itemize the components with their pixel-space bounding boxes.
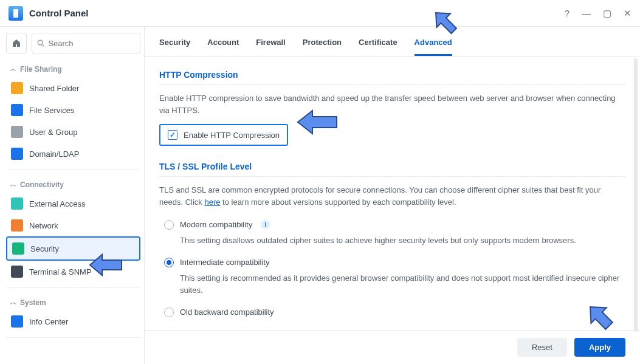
section-title-tls: TLS / SSL Profile Level [159,157,625,177]
radio-desc: This setting is recommended as it provid… [159,271,625,304]
sidebar-item-label: Security [30,244,59,253]
sidebar-item-label: User & Group [29,128,77,137]
file-services-icon [11,104,23,116]
sidebar-item-shared-folder[interactable]: Shared Folder [6,77,140,99]
window-title: Control Panel [29,8,89,18]
sidebar-item-label: Info Center [29,317,68,326]
info-icon[interactable]: i [261,220,270,229]
apply-button[interactable]: Apply [574,338,625,357]
sidebar: ︿File SharingShared FolderFile ServicesU… [0,27,145,364]
sidebar-item-label: Terminal & SNMP [29,267,92,276]
network-icon [11,219,23,232]
here-link[interactable]: here [204,197,220,207]
folder-icon [11,82,23,94]
footer: Reset Apply [145,330,640,364]
content-body: HTTP Compression Enable HTTP compression… [145,57,640,330]
annotation-arrow-apply-button [582,299,619,335]
sidebar-item-user-group[interactable]: User & Group [6,121,140,143]
radio-icon [164,258,174,267]
enable-http-compression-checkbox[interactable]: ✓ Enable HTTP Compression [159,124,288,146]
sidebar-item-file-services[interactable]: File Services [6,99,140,121]
sidebar-item-domain-ldap[interactable]: Domain/LDAP [6,143,140,165]
tab-security[interactable]: Security [159,38,190,56]
maximize-icon[interactable]: ▢ [603,8,611,19]
search-box[interactable] [32,33,140,53]
tab-account[interactable]: Account [207,38,239,56]
minimize-icon[interactable]: — [582,8,591,19]
chevron-up-icon: ︿ [10,64,16,74]
reset-button[interactable]: Reset [517,338,567,357]
radio-label: Intermediate compatibility [180,258,269,267]
sidebar-item-label: Shared Folder [29,84,79,93]
close-icon[interactable]: ✕ [624,8,631,19]
home-icon [12,38,21,48]
chevron-up-icon: ︿ [10,298,16,307]
annotation-arrow-advanced-tab [429,6,463,40]
sidebar-item-label: External Access [29,199,86,208]
sidebar-section-system[interactable]: ︿System [6,293,140,311]
radio-label: Modern compatibility [180,220,252,229]
tab-certificate[interactable]: Certificate [359,38,397,56]
radio-icon [164,220,174,230]
tab-advanced[interactable]: Advanced [415,38,452,56]
window-titlebar: Control Panel ? — ▢ ✕ [0,0,640,27]
radio-desc: This setting disallows outdated cipher s… [159,233,625,254]
app-icon [9,6,23,21]
domain-icon [11,148,23,160]
tab-firewall[interactable]: Firewall [256,38,285,56]
http-desc: Enable HTTP compression to save bandwidt… [159,92,625,117]
annotation-arrow-http-checkbox [294,107,338,137]
tab-protection[interactable]: Protection [303,38,342,56]
radio-icon [164,307,174,317]
sidebar-item-label: Network [29,221,58,230]
shield-icon [12,242,24,255]
svg-line-1 [43,45,44,47]
checkbox-icon: ✓ [168,130,177,140]
checkbox-label: Enable HTTP Compression [184,131,280,140]
section-title-http: HTTP Compression [159,65,625,85]
radio-label: Old backward compatibility [180,307,274,317]
sidebar-item-info-center[interactable]: Info Center [6,311,140,332]
svg-point-0 [38,40,43,45]
search-input[interactable] [48,39,135,48]
sidebar-item-label: File Services [29,106,74,115]
radio-modern-compatibility[interactable]: Modern compatibilityi [159,216,625,233]
help-icon[interactable]: ? [565,8,569,19]
chevron-up-icon: ︿ [10,180,16,189]
search-icon [37,39,44,47]
radio-intermediate-compatibility[interactable]: Intermediate compatibility [159,254,625,271]
tls-desc: TLS and SSL are common encrypted protoco… [159,184,625,208]
sidebar-section-file-sharing[interactable]: ︿File Sharing [6,60,140,77]
scrollbar[interactable] [634,58,638,332]
globe-icon [11,197,23,210]
annotation-arrow-security-item [86,252,123,278]
radio-old-backward-compatibility[interactable]: Old backward compatibility [159,304,625,321]
users-icon [11,126,23,138]
sidebar-item-external-access[interactable]: External Access [6,193,140,215]
sidebar-item-label: Domain/LDAP [29,149,79,159]
sidebar-section-connectivity[interactable]: ︿Connectivity [6,175,140,193]
sidebar-item-network[interactable]: Network [6,215,140,236]
terminal-icon [11,266,23,278]
home-button[interactable] [6,33,27,53]
tabs: SecurityAccountFirewallProtectionCertifi… [145,27,640,57]
info-icon [11,315,23,328]
